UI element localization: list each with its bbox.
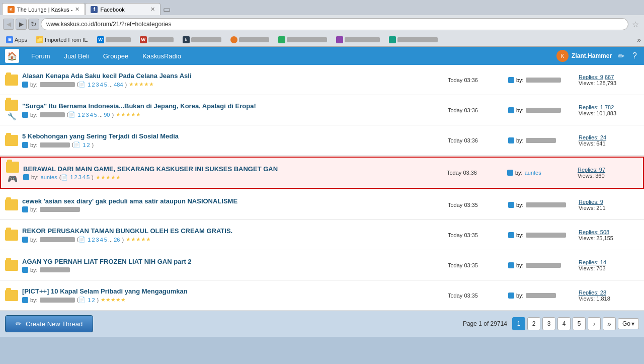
page-2-t8[interactable]: 2 — [92, 297, 95, 303]
home-icon: 🏠 — [7, 51, 17, 61]
page-4-t1[interactable]: 4 — [100, 82, 103, 88]
thread-title-t2[interactable]: "Surga" Itu Bernama Indonesia...Bukan di… — [22, 102, 448, 110]
bookmark-b1[interactable]: b — [180, 36, 224, 44]
bookmark-star[interactable]: ☆ — [630, 19, 641, 30]
forward-button[interactable]: ▶ — [16, 19, 27, 30]
bookmark-w2[interactable]: W — [137, 36, 177, 44]
replies-t7[interactable]: Replies: 14 — [579, 259, 606, 265]
thread-meta-t3: by: (📄 1 2 ) — [22, 141, 448, 148]
nav-groupee[interactable]: Groupee — [96, 49, 136, 63]
replies-t1[interactable]: Replies: 9,667 — [579, 74, 614, 80]
page-links-t3: 1 2 — [83, 142, 90, 148]
replies-t2[interactable]: Replies: 1,782 — [579, 104, 614, 110]
page-last-t6[interactable]: 26 — [114, 237, 120, 243]
edit-icon[interactable]: ✏ — [616, 49, 626, 63]
thread-meta-t1: by: (📄 1 2 3 4 5 ... 484 ) ★★★★★ — [22, 81, 448, 88]
page-1-t2[interactable]: 1 — [77, 112, 80, 118]
last-by-label-t7: by: — [516, 262, 524, 268]
go-button[interactable]: Go ▾ — [618, 318, 639, 329]
nav-forum[interactable]: Forum — [24, 49, 57, 63]
thread-title-t7[interactable]: AGAN YG PERNAH LIAT FROZEN LIAT NIH GAN … — [22, 258, 448, 265]
next-page-button[interactable]: › — [588, 317, 601, 330]
reload-button[interactable]: ↻ — [28, 19, 39, 30]
page-1-t4[interactable]: 1 — [70, 174, 73, 180]
page-5-t2[interactable]: 5 — [94, 112, 97, 118]
thread-title-t4[interactable]: BERAWAL DARI MAIN GAME, SEKARANG KASKUSE… — [23, 165, 447, 173]
bookmark-misc2[interactable] — [275, 36, 330, 44]
page-last-t1[interactable]: 484 — [114, 82, 123, 88]
page-icon-t8: (📄 — [77, 297, 86, 303]
page-1-t6[interactable]: 1 — [88, 237, 91, 243]
replies-t3[interactable]: Replies: 24 — [579, 134, 606, 140]
page-1-t3[interactable]: 1 — [83, 142, 86, 148]
views-t6: Views: 25,155 — [579, 235, 613, 241]
last-author-t2 — [526, 108, 561, 113]
page-2-t6[interactable]: 2 — [92, 237, 95, 243]
replies-t6[interactable]: Replies: 508 — [579, 229, 609, 235]
misc2-icon — [278, 36, 285, 43]
page-5-t6[interactable]: 5 — [104, 237, 107, 243]
bookmark-w1[interactable]: W — [94, 36, 134, 44]
misc3-icon — [336, 36, 343, 43]
address-bar[interactable]: www.kaskus.co.id/forum/21/?ref=hotcatego… — [41, 18, 628, 30]
page-4-t4[interactable]: 4 — [83, 174, 86, 180]
page-btn-1[interactable]: 1 — [512, 317, 525, 330]
replies-t5[interactable]: Replies: 9 — [579, 199, 603, 205]
page-5-t4[interactable]: 5 — [87, 174, 90, 180]
page-1-t8[interactable]: 1 — [88, 297, 91, 303]
thread-title-t6[interactable]: REKOR PERUSAKAN TAMAN BUNGKUL OLEH ES CR… — [22, 227, 448, 235]
tab-facebook-close[interactable]: ✕ — [150, 6, 155, 13]
page-btn-3[interactable]: 3 — [542, 317, 555, 330]
tab-kaskus[interactable]: K The Lounge | Kaskus - ✕ — [2, 3, 85, 15]
help-icon[interactable]: ? — [630, 49, 639, 62]
replies-t4[interactable]: Replies: 97 — [578, 167, 605, 173]
page-2-t4[interactable]: 2 — [74, 174, 77, 180]
bookmark-w2-label — [148, 37, 174, 42]
page-2-t2[interactable]: 2 — [82, 112, 85, 118]
bookmark-apps[interactable]: ⊞ Apps — [3, 36, 30, 44]
page-btn-2[interactable]: 2 — [527, 317, 540, 330]
page-1-t1[interactable]: 1 — [88, 82, 91, 88]
thread-time-t5: Today 03:35 — [448, 202, 508, 208]
bookmark-misc4[interactable] — [386, 36, 441, 44]
last-page-button[interactable]: » — [603, 317, 616, 330]
nav-jual-beli[interactable]: Jual Beli — [57, 49, 96, 63]
replies-t8[interactable]: Replies: 28 — [579, 289, 606, 296]
page-3-t4[interactable]: 3 — [78, 174, 82, 180]
new-tab-button[interactable]: ▭ — [160, 3, 173, 15]
thread-icons-t7 — [5, 260, 18, 271]
bookmark-imported[interactable]: 📁 Imported From IE — [33, 36, 91, 44]
page-5-t1[interactable]: 5 — [104, 82, 107, 88]
thread-title-t5[interactable]: cewek 'asian sex diary' gak peduli ama s… — [22, 197, 448, 205]
ellipsis-t2: ... — [98, 112, 103, 118]
page-3-t6[interactable]: 3 — [96, 237, 99, 243]
folder-icon-t4 — [6, 162, 19, 173]
create-thread-button[interactable]: ✏ Create New Thread — [5, 315, 93, 332]
tab-facebook[interactable]: f Facebook ✕ — [85, 3, 160, 15]
thread-title-t3[interactable]: 5 Kebohongan yang Sering Terjadi di Sosi… — [22, 132, 448, 140]
last-author-t4[interactable]: auntes — [525, 170, 541, 176]
back-button[interactable]: ◀ — [3, 19, 14, 30]
tab-kaskus-close[interactable]: ✕ — [75, 6, 79, 13]
page-last-t2[interactable]: 90 — [104, 112, 110, 118]
page-4-t6[interactable]: 4 — [100, 237, 103, 243]
page-2-t1[interactable]: 2 — [92, 82, 95, 88]
home-button[interactable]: 🏠 — [5, 49, 19, 63]
nav-kaskusradio[interactable]: KaskusRadio — [135, 49, 188, 63]
page-btn-4[interactable]: 4 — [557, 317, 571, 330]
thread-title-t1[interactable]: Alasan Kenapa Ada Saku kecil Pada Celana… — [22, 72, 448, 80]
user-avatar: K — [556, 50, 569, 62]
bookmark-misc1[interactable] — [227, 36, 272, 44]
thread-title-t8[interactable]: [PICT++] 10 Kapal Selam Pribadi yang Men… — [22, 287, 448, 295]
last-author-t1 — [526, 78, 561, 83]
bookmarks-more-button[interactable]: » — [637, 36, 641, 44]
author-t4[interactable]: auntes — [41, 174, 57, 180]
page-btn-5[interactable]: 5 — [573, 317, 586, 330]
page-3-t1[interactable]: 3 — [96, 82, 99, 88]
author-t7 — [40, 267, 70, 272]
bookmark-misc3[interactable] — [333, 36, 383, 44]
verified-icon-t4 — [23, 174, 29, 180]
page-4-t2[interactable]: 4 — [90, 112, 93, 118]
page-3-t2[interactable]: 3 — [86, 112, 89, 118]
page-2-t3[interactable]: 2 — [87, 142, 90, 148]
